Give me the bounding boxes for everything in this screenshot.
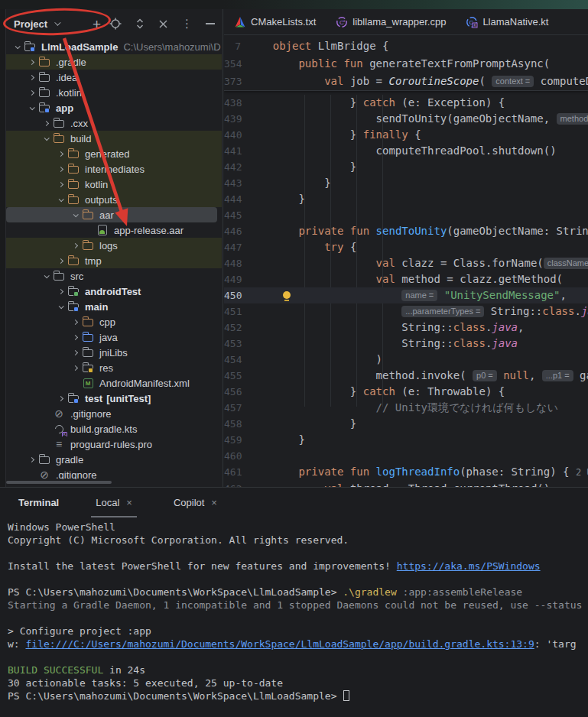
project-view-selector[interactable]: Project (14, 18, 47, 30)
code-line-438[interactable]: 438 } catch (e: Exception) { (224, 95, 588, 111)
code-line-461[interactable]: 461 private fun logThreadInfo(phase: Str… (224, 464, 588, 481)
chevron-right-icon[interactable] (69, 320, 81, 324)
code-line-440[interactable]: 440 } finally { (224, 127, 588, 143)
tree-item-kotlin[interactable]: kotlin (6, 177, 222, 192)
chevron-down-icon[interactable] (54, 305, 67, 309)
terminal-link[interactable]: file:///C:/Users/mahozumi/Documents/Work… (25, 638, 534, 650)
code-line-454[interactable]: 454 ) (224, 352, 588, 368)
chevron-down-icon[interactable] (25, 106, 37, 110)
tree-item-generated[interactable]: generated (6, 146, 222, 161)
code-area[interactable]: 438 } catch (e: Exception) {439 sendToUn… (224, 91, 588, 487)
chevron-right-icon[interactable] (54, 259, 67, 263)
tree-item-src[interactable]: src (6, 268, 222, 284)
chevron-down-icon[interactable] (40, 137, 52, 141)
code-line-453[interactable]: 453 String::class.java (224, 336, 588, 352)
code-line-462[interactable]: 462 val thread = Thread.currentThread() (224, 481, 588, 487)
tree-item-outputs[interactable]: outputs (6, 192, 222, 207)
code-line-442[interactable]: 442 } (224, 159, 588, 175)
code-line-457[interactable]: 457 // Unity環境でなければ何もしない (224, 400, 588, 416)
code-line-460[interactable]: 460 (224, 448, 588, 464)
tree-item-cpp[interactable]: cpp (6, 314, 222, 329)
code-line-458[interactable]: 458 } (224, 416, 588, 432)
tree-item-gradle[interactable]: .gradle (6, 54, 222, 70)
terminal-output[interactable]: Windows PowerShellCopyright (C) Microsof… (0, 517, 588, 702)
tree-item-gitignore[interactable]: ⊘.gitignore (6, 406, 222, 421)
tree-item-app[interactable]: app (6, 100, 222, 115)
chevron-right-icon[interactable] (69, 336, 81, 339)
code-line-445[interactable]: 445 (224, 207, 588, 223)
tree-item-androidtest[interactable]: androidTest (6, 284, 222, 299)
tree-item-kotlin[interactable]: .kotlin (6, 85, 222, 100)
locate-file-icon[interactable] (109, 18, 122, 30)
terminal-link[interactable]: https://aka.ms/PSWindows (397, 560, 541, 572)
chevron-right-icon[interactable] (54, 397, 67, 401)
chevron-right-icon[interactable] (54, 167, 67, 171)
code-line-459[interactable]: 459 } (224, 432, 588, 448)
chevron-down-icon[interactable] (54, 19, 60, 25)
chevron-right-icon[interactable] (54, 183, 67, 187)
tree-item-java[interactable]: java (6, 329, 222, 345)
tree-item-jnilibs[interactable]: jniLibs (6, 345, 222, 360)
tree-item-logs[interactable]: logs (6, 238, 222, 253)
code-line-443[interactable]: 443 } (224, 175, 588, 191)
chevron-down-icon[interactable] (11, 45, 23, 49)
tree-horizontal-scrollbar[interactable] (6, 481, 112, 484)
tree-item-gradle[interactable]: gradle (6, 452, 222, 467)
close-icon[interactable]: × (211, 497, 217, 508)
tree-item-androidmanifest-xml[interactable]: MAndroidManifest.xml (6, 375, 222, 391)
tree-item-cxx[interactable]: .cxx (6, 115, 222, 131)
tree-item-build[interactable]: build (6, 131, 222, 146)
intention-bulb-icon[interactable] (283, 291, 291, 299)
code-line-456[interactable]: 456 } catch (e: Throwable) { (224, 384, 588, 400)
code-line-444[interactable]: 444 } (224, 191, 588, 207)
terminal-tab-copilot[interactable]: Copilot× (169, 488, 222, 517)
code-line-446[interactable]: 446 private fun sendToUnity(gameObjectNa… (224, 223, 588, 239)
editor-tab-llamanative-kt[interactable]: CKLlamaNative.kt (456, 9, 558, 34)
chevron-right-icon[interactable] (69, 351, 81, 355)
tree-item-aar[interactable]: aar (6, 207, 217, 222)
add-button[interactable]: + (93, 17, 101, 31)
code-line-448[interactable]: 448 val clazz = Class.forName(className … (224, 255, 588, 271)
tree-item-gitignore[interactable]: ⊘.gitignore (6, 467, 222, 479)
chevron-right-icon[interactable] (54, 290, 67, 294)
code-line-354[interactable]: 354 public fun generateTextFromPromptAsy… (224, 55, 588, 73)
editor-tab-cmakelists-txt[interactable]: CMakeLists.txt (224, 9, 326, 34)
chevron-right-icon[interactable] (25, 76, 37, 79)
collapse-all-icon[interactable] (158, 19, 168, 29)
tree-item-llmloadsample[interactable]: LlmLoadSampleC:\Users\mahozumi\D (6, 39, 222, 54)
chevron-right-icon[interactable] (25, 60, 37, 64)
code-line-439[interactable]: 439 sendToUnity(gameObjectName, methodNa… (224, 111, 588, 127)
chevron-right-icon[interactable] (54, 152, 67, 156)
terminal-tab-local[interactable]: Local× (91, 488, 137, 517)
chevron-right-icon[interactable] (25, 458, 37, 462)
code-line-447[interactable]: 447 try { (224, 239, 588, 255)
code-line-450[interactable]: 450 name = "UnitySendMessage", (224, 287, 588, 303)
tree-item-tmp[interactable]: tmp (6, 253, 222, 268)
code-line-452[interactable]: 452 String::class.java, (224, 320, 588, 336)
code-line-373[interactable]: 373 val job = CoroutineScope( context = … (224, 73, 588, 90)
code-line-441[interactable]: 441 computeThreadPool.shutdown() (224, 143, 588, 159)
tree-item-res[interactable]: res (6, 360, 222, 375)
tree-item-test[interactable]: test[unitTest] (6, 391, 222, 406)
chevron-right-icon[interactable] (40, 122, 52, 125)
more-options-icon[interactable]: ⋮ (181, 17, 193, 31)
code-line-455[interactable]: 455 method.invoke( p0 = null, ...p1 = ga… (224, 368, 588, 384)
tree-item-idea[interactable]: .idea (6, 70, 222, 85)
tree-item-intermediates[interactable]: intermediates (6, 161, 222, 177)
hide-panel-icon[interactable] (206, 23, 215, 24)
tree-item-proguard-rules-pro[interactable]: ≡proguard-rules.pro (6, 436, 222, 452)
editor-tab-libllama-wrapper-cpp[interactable]: C+libllama_wrapper.cpp (326, 9, 456, 34)
code-line-451[interactable]: 451 ...parameterTypes = String::class.ja… (224, 303, 588, 320)
expand-all-icon[interactable] (135, 18, 145, 30)
chevron-down-icon[interactable] (54, 198, 67, 202)
chevron-right-icon[interactable] (25, 91, 37, 95)
close-icon[interactable]: × (126, 497, 132, 508)
code-line-7[interactable]: 7 object LlmBridge { (224, 37, 588, 55)
chevron-down-icon[interactable] (40, 274, 52, 278)
tree-item-build-gradle-kts[interactable]: Kbuild.gradle.kts (6, 421, 222, 436)
chevron-right-icon[interactable] (69, 366, 81, 370)
chevron-down-icon[interactable] (69, 213, 81, 217)
tree-item-app-release-aar[interactable]: app-release.aar (6, 222, 222, 238)
chevron-right-icon[interactable] (69, 244, 81, 248)
code-line-449[interactable]: 449 val method = clazz.getMethod( (224, 271, 588, 287)
